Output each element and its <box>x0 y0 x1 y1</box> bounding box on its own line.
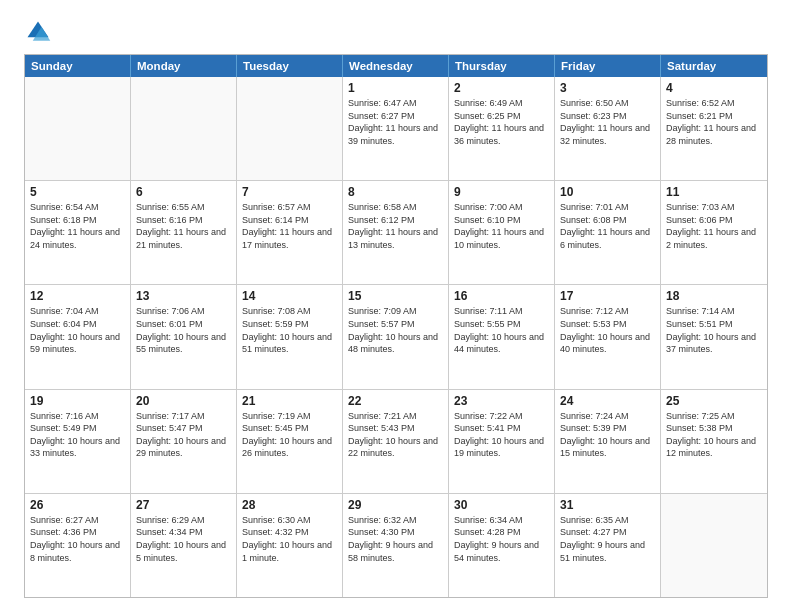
day-info: Sunrise: 6:52 AM Sunset: 6:21 PM Dayligh… <box>666 97 762 147</box>
day-number: 24 <box>560 394 655 408</box>
day-cell-17: 17Sunrise: 7:12 AM Sunset: 5:53 PM Dayli… <box>555 285 661 388</box>
day-info: Sunrise: 6:32 AM Sunset: 4:30 PM Dayligh… <box>348 514 443 564</box>
day-number: 10 <box>560 185 655 199</box>
day-number: 26 <box>30 498 125 512</box>
day-info: Sunrise: 7:19 AM Sunset: 5:45 PM Dayligh… <box>242 410 337 460</box>
day-number: 31 <box>560 498 655 512</box>
day-info: Sunrise: 6:34 AM Sunset: 4:28 PM Dayligh… <box>454 514 549 564</box>
day-cell-28: 28Sunrise: 6:30 AM Sunset: 4:32 PM Dayli… <box>237 494 343 597</box>
calendar-header: SundayMondayTuesdayWednesdayThursdayFrid… <box>25 55 767 77</box>
day-number: 17 <box>560 289 655 303</box>
empty-cell <box>131 77 237 180</box>
day-number: 21 <box>242 394 337 408</box>
day-info: Sunrise: 6:47 AM Sunset: 6:27 PM Dayligh… <box>348 97 443 147</box>
day-number: 12 <box>30 289 125 303</box>
day-cell-2: 2Sunrise: 6:49 AM Sunset: 6:25 PM Daylig… <box>449 77 555 180</box>
header-cell-wednesday: Wednesday <box>343 55 449 77</box>
day-number: 28 <box>242 498 337 512</box>
day-info: Sunrise: 7:03 AM Sunset: 6:06 PM Dayligh… <box>666 201 762 251</box>
day-info: Sunrise: 7:21 AM Sunset: 5:43 PM Dayligh… <box>348 410 443 460</box>
day-info: Sunrise: 7:01 AM Sunset: 6:08 PM Dayligh… <box>560 201 655 251</box>
day-number: 9 <box>454 185 549 199</box>
day-cell-23: 23Sunrise: 7:22 AM Sunset: 5:41 PM Dayli… <box>449 390 555 493</box>
day-cell-9: 9Sunrise: 7:00 AM Sunset: 6:10 PM Daylig… <box>449 181 555 284</box>
day-info: Sunrise: 7:09 AM Sunset: 5:57 PM Dayligh… <box>348 305 443 355</box>
calendar-week-4: 19Sunrise: 7:16 AM Sunset: 5:49 PM Dayli… <box>25 390 767 494</box>
day-number: 2 <box>454 81 549 95</box>
day-number: 11 <box>666 185 762 199</box>
day-info: Sunrise: 6:49 AM Sunset: 6:25 PM Dayligh… <box>454 97 549 147</box>
empty-cell <box>661 494 767 597</box>
day-info: Sunrise: 7:11 AM Sunset: 5:55 PM Dayligh… <box>454 305 549 355</box>
day-info: Sunrise: 7:08 AM Sunset: 5:59 PM Dayligh… <box>242 305 337 355</box>
day-cell-14: 14Sunrise: 7:08 AM Sunset: 5:59 PM Dayli… <box>237 285 343 388</box>
day-number: 3 <box>560 81 655 95</box>
day-info: Sunrise: 6:55 AM Sunset: 6:16 PM Dayligh… <box>136 201 231 251</box>
day-cell-4: 4Sunrise: 6:52 AM Sunset: 6:21 PM Daylig… <box>661 77 767 180</box>
day-cell-27: 27Sunrise: 6:29 AM Sunset: 4:34 PM Dayli… <box>131 494 237 597</box>
day-cell-31: 31Sunrise: 6:35 AM Sunset: 4:27 PM Dayli… <box>555 494 661 597</box>
day-cell-18: 18Sunrise: 7:14 AM Sunset: 5:51 PM Dayli… <box>661 285 767 388</box>
header <box>24 18 768 46</box>
day-cell-30: 30Sunrise: 6:34 AM Sunset: 4:28 PM Dayli… <box>449 494 555 597</box>
day-cell-26: 26Sunrise: 6:27 AM Sunset: 4:36 PM Dayli… <box>25 494 131 597</box>
day-number: 5 <box>30 185 125 199</box>
day-cell-15: 15Sunrise: 7:09 AM Sunset: 5:57 PM Dayli… <box>343 285 449 388</box>
day-cell-22: 22Sunrise: 7:21 AM Sunset: 5:43 PM Dayli… <box>343 390 449 493</box>
day-info: Sunrise: 7:24 AM Sunset: 5:39 PM Dayligh… <box>560 410 655 460</box>
day-number: 7 <box>242 185 337 199</box>
day-number: 30 <box>454 498 549 512</box>
day-cell-16: 16Sunrise: 7:11 AM Sunset: 5:55 PM Dayli… <box>449 285 555 388</box>
day-info: Sunrise: 6:29 AM Sunset: 4:34 PM Dayligh… <box>136 514 231 564</box>
day-cell-11: 11Sunrise: 7:03 AM Sunset: 6:06 PM Dayli… <box>661 181 767 284</box>
header-cell-sunday: Sunday <box>25 55 131 77</box>
day-info: Sunrise: 7:17 AM Sunset: 5:47 PM Dayligh… <box>136 410 231 460</box>
day-cell-25: 25Sunrise: 7:25 AM Sunset: 5:38 PM Dayli… <box>661 390 767 493</box>
day-number: 16 <box>454 289 549 303</box>
day-info: Sunrise: 7:04 AM Sunset: 6:04 PM Dayligh… <box>30 305 125 355</box>
day-cell-12: 12Sunrise: 7:04 AM Sunset: 6:04 PM Dayli… <box>25 285 131 388</box>
day-info: Sunrise: 7:25 AM Sunset: 5:38 PM Dayligh… <box>666 410 762 460</box>
day-info: Sunrise: 7:00 AM Sunset: 6:10 PM Dayligh… <box>454 201 549 251</box>
day-info: Sunrise: 6:27 AM Sunset: 4:36 PM Dayligh… <box>30 514 125 564</box>
day-cell-21: 21Sunrise: 7:19 AM Sunset: 5:45 PM Dayli… <box>237 390 343 493</box>
day-number: 1 <box>348 81 443 95</box>
day-number: 4 <box>666 81 762 95</box>
day-info: Sunrise: 7:06 AM Sunset: 6:01 PM Dayligh… <box>136 305 231 355</box>
logo <box>24 18 56 46</box>
day-cell-8: 8Sunrise: 6:58 AM Sunset: 6:12 PM Daylig… <box>343 181 449 284</box>
day-cell-5: 5Sunrise: 6:54 AM Sunset: 6:18 PM Daylig… <box>25 181 131 284</box>
day-info: Sunrise: 6:58 AM Sunset: 6:12 PM Dayligh… <box>348 201 443 251</box>
day-cell-19: 19Sunrise: 7:16 AM Sunset: 5:49 PM Dayli… <box>25 390 131 493</box>
day-cell-6: 6Sunrise: 6:55 AM Sunset: 6:16 PM Daylig… <box>131 181 237 284</box>
header-cell-friday: Friday <box>555 55 661 77</box>
calendar-week-3: 12Sunrise: 7:04 AM Sunset: 6:04 PM Dayli… <box>25 285 767 389</box>
day-cell-7: 7Sunrise: 6:57 AM Sunset: 6:14 PM Daylig… <box>237 181 343 284</box>
day-info: Sunrise: 7:12 AM Sunset: 5:53 PM Dayligh… <box>560 305 655 355</box>
day-info: Sunrise: 7:22 AM Sunset: 5:41 PM Dayligh… <box>454 410 549 460</box>
header-cell-thursday: Thursday <box>449 55 555 77</box>
day-number: 23 <box>454 394 549 408</box>
calendar-week-1: 1Sunrise: 6:47 AM Sunset: 6:27 PM Daylig… <box>25 77 767 181</box>
day-cell-10: 10Sunrise: 7:01 AM Sunset: 6:08 PM Dayli… <box>555 181 661 284</box>
day-cell-20: 20Sunrise: 7:17 AM Sunset: 5:47 PM Dayli… <box>131 390 237 493</box>
calendar-week-5: 26Sunrise: 6:27 AM Sunset: 4:36 PM Dayli… <box>25 494 767 597</box>
day-info: Sunrise: 6:54 AM Sunset: 6:18 PM Dayligh… <box>30 201 125 251</box>
header-cell-monday: Monday <box>131 55 237 77</box>
day-number: 29 <box>348 498 443 512</box>
day-number: 25 <box>666 394 762 408</box>
day-cell-24: 24Sunrise: 7:24 AM Sunset: 5:39 PM Dayli… <box>555 390 661 493</box>
day-cell-1: 1Sunrise: 6:47 AM Sunset: 6:27 PM Daylig… <box>343 77 449 180</box>
day-info: Sunrise: 6:30 AM Sunset: 4:32 PM Dayligh… <box>242 514 337 564</box>
logo-icon <box>24 18 52 46</box>
empty-cell <box>25 77 131 180</box>
day-number: 18 <box>666 289 762 303</box>
day-number: 14 <box>242 289 337 303</box>
day-cell-13: 13Sunrise: 7:06 AM Sunset: 6:01 PM Dayli… <box>131 285 237 388</box>
day-info: Sunrise: 6:57 AM Sunset: 6:14 PM Dayligh… <box>242 201 337 251</box>
day-number: 22 <box>348 394 443 408</box>
header-cell-tuesday: Tuesday <box>237 55 343 77</box>
day-info: Sunrise: 7:16 AM Sunset: 5:49 PM Dayligh… <box>30 410 125 460</box>
empty-cell <box>237 77 343 180</box>
day-number: 19 <box>30 394 125 408</box>
